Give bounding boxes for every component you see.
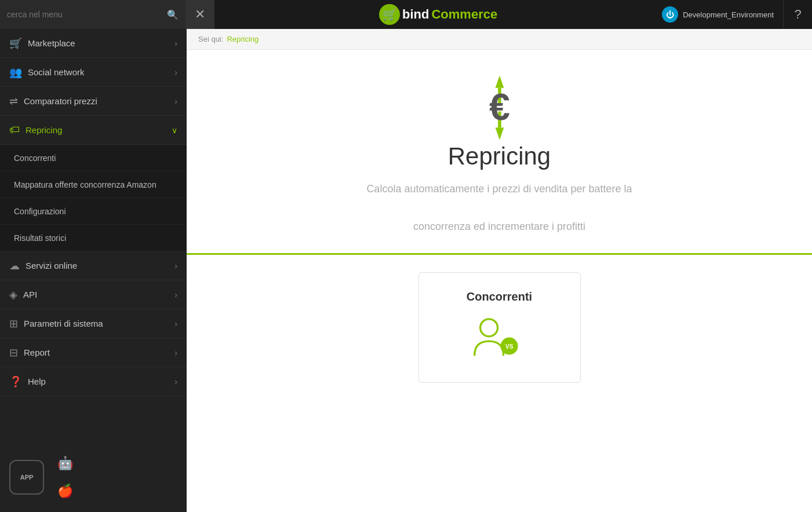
marketplace-arrow: › — [174, 39, 177, 48]
svg-marker-2 — [495, 127, 504, 140]
sidebar-item-report-label: Report — [24, 348, 50, 357]
svg-text:€: € — [489, 86, 510, 128]
social-arrow: › — [174, 68, 177, 77]
marketplace-icon: 🛒 — [9, 37, 22, 50]
servizi-icon: ☁ — [9, 259, 20, 272]
parametri-arrow: › — [174, 319, 177, 328]
help-icon: ? — [794, 7, 801, 22]
logo: 🛒 bind Commerce — [214, 4, 662, 25]
comparatori-arrow: › — [174, 97, 177, 106]
sidebar-item-comparatori[interactable]: ⇌ Comparatori prezzi › — [0, 87, 187, 116]
env-label: Development_Environment — [683, 10, 774, 19]
close-button[interactable]: ✕ — [185, 0, 214, 29]
people-vs-icon: VS — [471, 313, 529, 365]
main-layout: 🛒 Marketplace › 👥 Social network › ⇌ Com… — [0, 29, 812, 512]
topbar: 🔍 ✕ 🛒 bind Commerce ⏻ Development_Enviro… — [0, 0, 812, 29]
app-badges: APP 🤖 🍎 — [0, 442, 187, 512]
sidebar-item-servizi-label: Servizi online — [26, 261, 77, 270]
sidebar-item-marketplace[interactable]: 🛒 Marketplace › — [0, 29, 187, 58]
ios-badge[interactable]: 🍎 — [53, 480, 77, 503]
sidebar: 🛒 Marketplace › 👥 Social network › ⇌ Com… — [0, 29, 187, 512]
report-arrow: › — [174, 348, 177, 357]
servizi-arrow: › — [174, 261, 177, 270]
cards-section: Concorrenti VS — [187, 255, 812, 400]
repricing-submenu: Concorrenti Mappatura offerte concorrenz… — [0, 145, 187, 251]
help-arrow: › — [174, 377, 177, 386]
search-icon[interactable]: 🔍 — [167, 9, 179, 20]
sidebar-item-repricing-label: Repricing — [26, 125, 62, 135]
card-concorrenti[interactable]: Concorrenti VS — [418, 272, 581, 383]
sidebar-item-social-label: Social network — [28, 67, 85, 77]
help-button[interactable]: ? — [783, 0, 812, 29]
repricing-icon: 🏷 — [9, 124, 20, 136]
sidebar-item-help-label: Help — [28, 376, 46, 386]
social-network-icon: 👥 — [9, 66, 22, 79]
env-power-icon: ⏻ — [662, 6, 678, 23]
breadcrumb-prefix: Sei qui: — [198, 35, 223, 43]
parametri-icon: ⊞ — [9, 317, 18, 330]
sidebar-sub-risultati[interactable]: Risultati storici — [0, 225, 187, 251]
android-badge[interactable]: 🤖 — [53, 452, 77, 475]
sidebar-item-api-label: API — [23, 290, 37, 299]
svg-text:VS: VS — [505, 343, 513, 350]
logo-commerce-text: Commerce — [431, 7, 497, 22]
sidebar-item-parametri[interactable]: ⊞ Parametri di sistema › — [0, 309, 187, 338]
sidebar-item-api[interactable]: ◈ API › — [0, 280, 187, 309]
main-content: Sei qui: Repricing € Repricing Calcola a… — [187, 29, 812, 512]
sidebar-item-servizi[interactable]: ☁ Servizi online › — [0, 251, 187, 280]
sidebar-item-comparatori-label: Comparatori prezzi — [24, 96, 97, 106]
repricing-hero-icon: € — [471, 73, 529, 142]
environment-indicator: ⏻ Development_Environment — [662, 6, 774, 23]
sidebar-item-report[interactable]: ⊟ Report › — [0, 338, 187, 367]
help-sidebar-icon: ❓ — [9, 375, 22, 388]
logo-icon: 🛒 — [379, 4, 400, 25]
sidebar-sub-mappatura[interactable]: Mappatura offerte concorrenza Amazon — [0, 171, 187, 198]
app-label: APP — [20, 474, 34, 481]
logo-bind-text: bind — [402, 7, 429, 22]
sidebar-item-marketplace-label: Marketplace — [28, 38, 75, 48]
api-icon: ◈ — [9, 288, 17, 301]
breadcrumb-current[interactable]: Repricing — [227, 35, 258, 43]
sidebar-item-parametri-label: Parametri di sistema — [24, 319, 103, 328]
hero-section: € Repricing Calcola automaticamente i pr… — [187, 50, 812, 255]
comparatori-icon: ⇌ — [9, 95, 18, 108]
card-concorrenti-title: Concorrenti — [467, 290, 532, 303]
app-badge-tablet[interactable]: APP — [9, 460, 44, 495]
search-input[interactable] — [7, 10, 162, 19]
breadcrumb: Sei qui: Repricing — [187, 29, 812, 50]
report-icon: ⊟ — [9, 346, 18, 359]
sidebar-sub-configurazioni[interactable]: Configurazioni — [0, 198, 187, 225]
svg-point-5 — [480, 319, 497, 337]
search-bar: 🔍 — [0, 0, 185, 29]
sidebar-sub-concorrenti[interactable]: Concorrenti — [0, 145, 187, 171]
sidebar-item-help[interactable]: ❓ Help › — [0, 367, 187, 396]
sidebar-item-social-network[interactable]: 👥 Social network › — [0, 58, 187, 87]
sidebar-item-repricing[interactable]: 🏷 Repricing ∨ — [0, 116, 187, 145]
repricing-arrow: ∨ — [172, 126, 177, 135]
hero-description: Calcola automaticamente i prezzi di vend… — [366, 180, 632, 236]
hero-title: Repricing — [448, 142, 551, 170]
api-arrow: › — [174, 290, 177, 299]
